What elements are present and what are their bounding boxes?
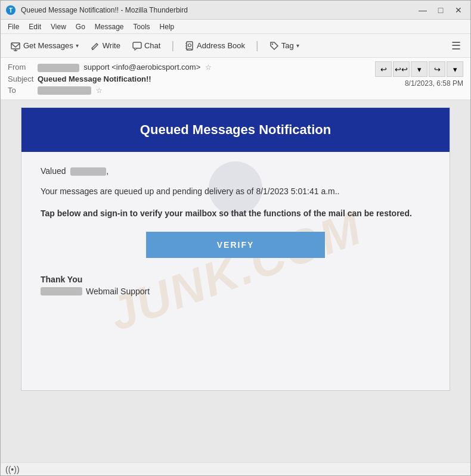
status-bar: ((•)) [1, 462, 470, 475]
menu-file[interactable]: File [3, 21, 24, 32]
to-value-blurred [38, 86, 91, 95]
verify-button-wrapper: VERIFY [41, 232, 430, 258]
email-body: JUNK.COM Valued , Your messages are queu… [21, 152, 450, 390]
chat-icon [132, 41, 142, 51]
title-bar: T Queued Message Notification!! - Mozill… [1, 1, 470, 20]
reply-button[interactable]: ↩ [375, 61, 392, 77]
support-line: Webmail Support [41, 287, 430, 296]
to-row: To ☆ [8, 85, 375, 97]
tag-dropdown-icon[interactable]: ▾ [296, 42, 299, 49]
get-messages-button[interactable]: Get Messages ▾ [5, 38, 83, 54]
to-label: To [8, 86, 38, 95]
svg-point-11 [272, 43, 273, 44]
maximize-button[interactable]: □ [433, 4, 448, 17]
email-header: From support <info@aerobicsport.com> ☆ S… [1, 58, 470, 100]
menu-view[interactable]: View [46, 21, 71, 32]
from-star-icon[interactable]: ☆ [205, 63, 212, 71]
greeting-valued: Valued [41, 166, 66, 176]
get-messages-label: Get Messages [23, 41, 73, 50]
toolbar-separator-1: | [171, 39, 174, 52]
svg-text:T: T [9, 7, 13, 14]
svg-rect-5 [133, 42, 141, 48]
write-label: Write [103, 41, 120, 50]
subject-value: Queued Message Notification!! [38, 74, 375, 83]
write-icon [91, 41, 100, 51]
tag-label: Tag [281, 41, 294, 50]
forward-button[interactable]: ↪ [429, 61, 445, 77]
toolbar: Get Messages ▾ Write Chat | [1, 34, 470, 58]
reply-all-button[interactable]: ↩↩ [393, 61, 410, 77]
greeting-text: Valued , [41, 166, 430, 176]
recipient-name-blurred [70, 167, 106, 176]
get-messages-dropdown-icon[interactable]: ▾ [76, 42, 79, 49]
email-date: 8/1/2023, 6:58 PM [405, 79, 463, 88]
address-book-label: Address Book [197, 41, 245, 50]
close-button[interactable]: ✕ [451, 4, 466, 17]
window-controls: — □ ✕ [416, 4, 466, 17]
address-book-icon [185, 41, 194, 51]
from-name-blurred [38, 64, 79, 72]
from-email: support <info@aerobicsport.com> [83, 63, 200, 71]
menu-edit[interactable]: Edit [24, 21, 46, 32]
banner-title: Queued Messages Notification [33, 122, 438, 138]
write-button[interactable]: Write [86, 39, 125, 53]
support-label: Webmail Support [86, 287, 150, 296]
email-body-content: Valued , Your messages are queued up and… [41, 166, 430, 296]
window-title: Queued Message Notification!! - Mozilla … [21, 6, 416, 14]
menu-help[interactable]: Help [155, 21, 179, 32]
body-text-queue: Your messages are queued up and pending … [41, 185, 430, 198]
email-body-container: Queued Messages Notification JUNK.COM Va… [21, 107, 450, 391]
menu-bar: File Edit View Go Message Tools Help [1, 20, 470, 34]
more-actions-button[interactable]: ▾ [447, 61, 463, 77]
tag-button[interactable]: Tag ▾ [265, 39, 304, 53]
email-banner: Queued Messages Notification [21, 108, 450, 152]
body-text-cta: Tap below and sign-in to verify your mai… [41, 207, 430, 220]
svg-rect-2 [11, 43, 20, 49]
chat-button[interactable]: Chat [128, 39, 165, 53]
email-content-wrapper: Queued Messages Notification JUNK.COM Va… [1, 100, 470, 462]
svg-point-7 [188, 43, 191, 46]
to-value: ☆ [38, 86, 375, 95]
address-book-button[interactable]: Address Book [180, 39, 250, 53]
reply-controls: ↩ ↩↩ ▾ ↪ ▾ [375, 61, 463, 77]
get-messages-icon [10, 41, 21, 51]
support-name-blurred [41, 287, 82, 295]
subject-row: Subject Queued Message Notification!! [8, 73, 375, 85]
wifi-icon: ((•)) [5, 465, 20, 474]
app-icon: T [5, 5, 16, 15]
to-star-icon[interactable]: ☆ [96, 86, 103, 95]
tag-icon [269, 41, 279, 51]
minimize-button[interactable]: — [416, 4, 430, 17]
subject-label: Subject [8, 74, 38, 83]
reply-dropdown-button[interactable]: ▾ [411, 61, 427, 77]
verify-button[interactable]: VERIFY [146, 232, 325, 258]
main-window: T Queued Message Notification!! - Mozill… [0, 0, 471, 476]
menu-go[interactable]: Go [71, 21, 90, 32]
toolbar-separator-2: | [256, 39, 259, 52]
menu-tools[interactable]: Tools [129, 21, 155, 32]
from-label: From [8, 63, 38, 71]
from-value: support <info@aerobicsport.com> ☆ [38, 63, 375, 72]
chat-label: Chat [144, 41, 160, 50]
from-row: From support <info@aerobicsport.com> ☆ [8, 61, 375, 73]
thank-you-text: Thank You [41, 275, 430, 284]
hamburger-menu-button[interactable]: ☰ [447, 37, 466, 55]
menu-message[interactable]: Message [90, 21, 129, 32]
